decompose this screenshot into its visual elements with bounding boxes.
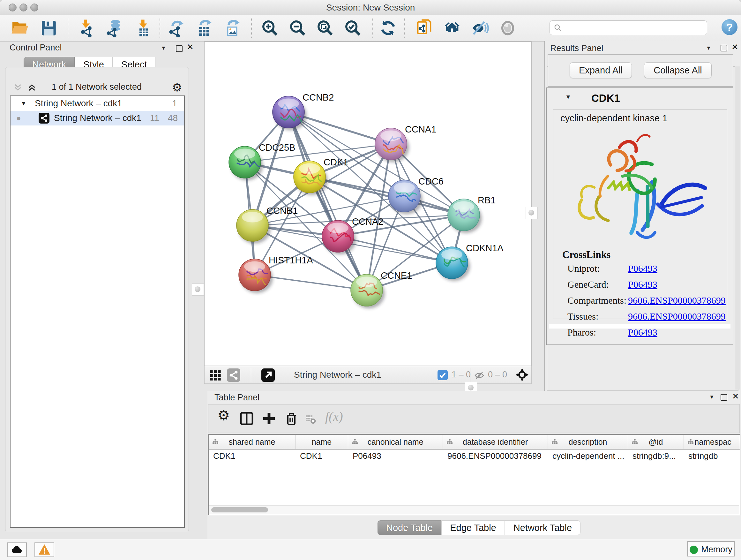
crosslink-row: Uniprot:P06493 [562, 260, 610, 276]
export-network-icon[interactable] [167, 19, 186, 37]
apply-layout-icon[interactable] [379, 19, 397, 37]
panel-float-icon[interactable] [176, 45, 183, 52]
scrollbar-thumb[interactable] [211, 507, 268, 512]
column-header-0[interactable]: shared name [209, 435, 295, 449]
table-horizontal-scrollbar[interactable] [209, 505, 739, 514]
save-session-icon[interactable] [40, 19, 58, 37]
collapse-all-button[interactable]: Collapse All [644, 62, 712, 78]
search-input[interactable] [565, 22, 704, 34]
collection-count: 1 [172, 96, 177, 111]
network-row-selected[interactable]: ● String Network – cdk1 11 48 [10, 111, 184, 125]
hidden-eye-icon[interactable] [474, 370, 485, 381]
network-node-CCNB1[interactable]: CCNB1 [237, 206, 298, 244]
crosslink-row: GeneCard:P06493 [562, 276, 610, 293]
crosslink-link[interactable]: P06493 [628, 279, 657, 290]
import-network-file-icon[interactable] [77, 19, 95, 37]
panel-menu-icon[interactable]: ▼ [709, 394, 715, 400]
table-cell[interactable]: CDK1 [295, 449, 348, 463]
network-node-RB1[interactable]: RB1 [448, 195, 495, 233]
houses-icon[interactable] [443, 19, 461, 37]
network-node-CDKN1A[interactable]: CDKN1A [436, 243, 503, 281]
zoom-selected-icon[interactable] [344, 19, 362, 37]
results-scrollbar[interactable] [735, 66, 740, 389]
import-network-database-icon[interactable] [105, 19, 123, 37]
network-graph[interactable]: CCNB2CCNA1CDC25BCDK1CDC6RB1CCNB1CCNA2CDK… [205, 42, 531, 366]
show-details-eye-icon[interactable] [498, 19, 517, 37]
export-table-icon[interactable] [195, 19, 214, 37]
gene-card-header[interactable]: ▼ CDK1 [547, 88, 733, 109]
network-node-CCNE1[interactable]: CCNE1 [351, 270, 412, 308]
network-collection-row[interactable]: ▼ String Network – cdk1 1 [10, 96, 184, 111]
network-share-icon[interactable] [227, 368, 240, 382]
gear-icon[interactable]: ⚙ [172, 81, 182, 94]
table-cell[interactable]: P06493 [348, 449, 443, 463]
crosslink-link[interactable]: 9606.ENSP00000378699 [628, 295, 726, 306]
crosslink-link[interactable]: P06493 [628, 263, 657, 274]
network-node-CCNA1[interactable]: CCNA1 [375, 124, 436, 162]
network-canvas[interactable]: CCNB2CCNA1CDC25BCDK1CDC6RB1CCNB1CCNA2CDK… [204, 42, 532, 366]
new-network-from-selection-icon[interactable] [415, 19, 434, 37]
panel-close-icon[interactable]: ✕ [187, 42, 194, 52]
table-header-row[interactable]: shared namenamecanonical namedatabase id… [209, 435, 740, 449]
zoom-fit-icon[interactable] [316, 19, 334, 37]
import-table-file-icon[interactable] [134, 19, 152, 37]
crosslink-link[interactable]: P06493 [628, 327, 657, 338]
cloud-button[interactable] [7, 543, 27, 557]
crosslinks-heading: CrossLinks [562, 249, 610, 260]
panel-close-icon[interactable]: ✕ [731, 42, 738, 52]
memory-button[interactable]: Memory [687, 541, 735, 557]
node-table[interactable]: shared namenamecanonical namedatabase id… [208, 434, 740, 515]
birdseye-grid-icon[interactable] [209, 369, 222, 381]
right-splitter-handle[interactable] [526, 207, 538, 219]
table-cell[interactable]: cyclin-dependent ... [548, 449, 628, 463]
panel-close-icon[interactable]: ✕ [732, 391, 739, 401]
function-builder-icon[interactable]: f(x) [325, 409, 343, 424]
network-node-CCNB2[interactable]: CCNB2 [273, 92, 334, 130]
expand-all-button[interactable]: Expand All [569, 62, 632, 78]
table-cell[interactable]: 9606.ENSP00000378699 [443, 449, 548, 463]
help-button[interactable]: ? [722, 19, 738, 35]
window-title: Session: New Session [0, 3, 741, 13]
crosslink-link[interactable]: 9606.ENSP00000378699 [628, 311, 726, 322]
tab-network-table[interactable]: Network Table [505, 520, 581, 535]
column-header-4[interactable]: description [548, 435, 628, 449]
left-splitter-handle[interactable] [192, 284, 204, 296]
tab-edge-table[interactable]: Edge Table [441, 520, 505, 535]
results-panel: Results Panel ▼ ✕ String Expand All Coll… [544, 41, 741, 391]
panel-menu-icon[interactable]: ▼ [706, 45, 711, 51]
fit-crosshair-icon[interactable] [515, 368, 529, 382]
panel-float-icon[interactable] [721, 45, 727, 51]
tab-node-table[interactable]: Node Table [378, 520, 441, 535]
column-header-5[interactable]: @id [628, 435, 684, 449]
zoom-out-icon[interactable] [288, 19, 307, 37]
delete-table-icon[interactable] [305, 414, 316, 425]
search-field[interactable] [549, 20, 707, 35]
panel-menu-icon[interactable]: ▼ [161, 45, 166, 51]
table-cell[interactable]: CDK1 [209, 449, 295, 463]
panel-float-icon[interactable] [721, 394, 727, 401]
hide-details-eye-icon[interactable] [470, 19, 489, 37]
column-header-1[interactable]: name [295, 435, 348, 449]
column-header-3[interactable]: database identifier [443, 435, 548, 449]
open-session-icon[interactable] [11, 19, 29, 37]
network-node-CDC25B[interactable]: CDC25B [229, 142, 295, 180]
collection-expand-icon[interactable]: ▼ [21, 96, 26, 111]
add-column-icon[interactable] [261, 411, 277, 426]
delete-column-trash-icon[interactable] [284, 411, 299, 426]
detach-view-icon[interactable] [261, 368, 275, 382]
network-node-CDK1[interactable]: CDK1 [293, 157, 348, 195]
warning-button[interactable] [35, 543, 54, 557]
column-header-6[interactable]: namespac [684, 435, 740, 449]
collapse-gene-icon[interactable]: ▼ [565, 94, 571, 101]
zoom-in-icon[interactable] [261, 19, 279, 37]
export-image-icon[interactable] [223, 19, 242, 37]
network-node-HIST1H1A[interactable]: HIST1H1A [239, 255, 313, 293]
table-row[interactable]: CDK1CDK1P064939606.ENSP00000378699cyclin… [209, 449, 740, 463]
table-cell[interactable]: stringdb [684, 449, 740, 463]
selected-checkbox-icon[interactable] [437, 370, 448, 380]
column-header-2[interactable]: canonical name [348, 435, 443, 449]
table-cell[interactable]: stringdb:9... [628, 449, 684, 463]
table-settings-gear-icon[interactable]: ⚙ [217, 407, 230, 423]
gene-result-card: ▼ CDK1 cyclin-dependent kinase 1 [546, 87, 733, 345]
show-columns-icon[interactable] [239, 411, 254, 426]
